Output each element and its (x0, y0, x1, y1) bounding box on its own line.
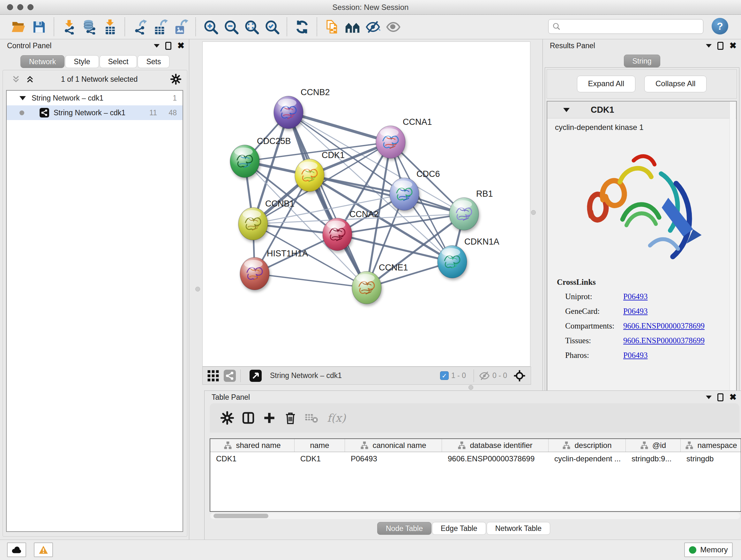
crosslink-link[interactable]: P06493 (623, 307, 648, 316)
selected-checkbox-icon[interactable]: ✓ (440, 371, 449, 380)
collection-expand-icon[interactable] (19, 96, 26, 104)
network-node-ccna1[interactable] (376, 126, 405, 159)
results-scrollbar[interactable] (730, 102, 736, 399)
show-columns-icon[interactable] (238, 410, 259, 426)
panel-menu-icon[interactable] (706, 395, 712, 402)
table-cell[interactable]: stringdb:9... (626, 452, 681, 465)
network-collection-row[interactable]: String Network – cdk1 1 (7, 91, 183, 105)
tab-select[interactable]: Select (99, 55, 137, 68)
table-cell[interactable]: 9606.ENSP00000378699 (442, 452, 549, 465)
tab-sets[interactable]: Sets (138, 55, 170, 68)
tab-node-table[interactable]: Node Table (377, 522, 431, 535)
detach-view-icon[interactable] (250, 370, 262, 382)
column-header-shared-name[interactable]: shared name (210, 439, 294, 452)
network-view-share-icon[interactable] (224, 370, 236, 382)
panel-close-icon[interactable]: ✖ (729, 393, 737, 401)
table-cell[interactable]: cyclin-dependent ... (549, 452, 626, 465)
search-field[interactable] (548, 19, 703, 34)
right-splitter-handle[interactable] (531, 210, 536, 215)
export-image-icon[interactable] (171, 17, 191, 37)
crosslink-link[interactable]: P06493 (623, 351, 648, 360)
zoom-in-icon[interactable] (200, 17, 221, 37)
table-options-gear-icon[interactable] (217, 410, 238, 426)
warning-status-button[interactable] (34, 543, 53, 557)
network-node-rb1[interactable] (449, 198, 479, 230)
panel-float-icon[interactable] (165, 42, 172, 50)
column-header-canonical-name[interactable]: canonical name (345, 439, 442, 452)
crosslink-link[interactable]: P06493 (623, 292, 648, 301)
table-cell[interactable]: CDK1 (210, 452, 294, 465)
network-node-cdc6[interactable] (390, 178, 419, 210)
grid-view-icon[interactable] (207, 370, 219, 382)
zoom-selected-icon[interactable] (262, 17, 282, 37)
import-table-from-file-icon[interactable] (99, 17, 120, 37)
network-node-ccnb2[interactable] (274, 96, 303, 129)
crosslink-link[interactable]: 9606.ENSP00000378699 (623, 336, 704, 345)
duplicate-network-icon[interactable] (322, 17, 342, 37)
node-entry-header[interactable]: CDK1 (547, 102, 736, 118)
left-splitter-handle[interactable] (195, 287, 200, 292)
column-header--id[interactable]: @id (626, 439, 681, 452)
expand-all-button[interactable]: Expand All (577, 76, 635, 92)
save-session-icon[interactable] (29, 17, 49, 37)
table-cell[interactable]: stringdb (681, 452, 741, 465)
entry-collapse-icon[interactable] (563, 108, 569, 115)
network-node-ccne1[interactable] (352, 271, 381, 304)
tab-style[interactable]: Style (65, 55, 98, 68)
memory-button[interactable]: Memory (684, 543, 733, 557)
scrollbar-thumb[interactable] (213, 514, 268, 518)
function-builder-icon[interactable]: f(x) (327, 412, 346, 424)
column-header-name[interactable]: name (294, 439, 345, 452)
panel-float-icon[interactable] (718, 393, 724, 401)
help-icon[interactable]: ? (712, 18, 728, 35)
zoom-fit-icon[interactable] (241, 17, 262, 37)
search-input[interactable] (561, 22, 696, 31)
bottom-splitter-handle[interactable] (468, 385, 473, 390)
first-neighbors-icon[interactable] (342, 17, 362, 37)
show-all-eye-icon[interactable] (383, 17, 403, 37)
column-header-namespace[interactable]: namespace (681, 439, 741, 452)
hide-selected-eye-slash-icon[interactable] (362, 17, 383, 37)
network-row[interactable]: String Network – cdk1 11 48 (7, 105, 183, 120)
table-cell[interactable]: CDK1 (294, 452, 345, 465)
panel-close-icon[interactable]: ✖ (729, 42, 737, 50)
export-network-icon[interactable] (130, 17, 150, 37)
panel-menu-icon[interactable] (706, 44, 712, 51)
network-options-gear-icon[interactable] (171, 74, 181, 84)
network-node-ccnb1[interactable] (239, 207, 268, 240)
export-table-icon[interactable] (150, 17, 171, 37)
add-column-icon[interactable] (259, 410, 280, 426)
network-view-canvas[interactable]: CCNB2CCNA1CDC25BCDK1CDC6RB1CCNB1CCNA2CDK… (202, 42, 530, 367)
crosslink-link[interactable]: 9606.ENSP00000378699 (623, 321, 704, 330)
network-node-cdkn1a[interactable] (437, 246, 467, 278)
tab-network-table[interactable]: Network Table (487, 522, 550, 535)
refresh-icon[interactable] (292, 17, 312, 37)
zoom-out-icon[interactable] (221, 17, 241, 37)
hidden-eye-slash-icon[interactable] (479, 370, 490, 382)
panel-menu-icon[interactable] (154, 44, 159, 51)
collapse-all-chevron-icon[interactable] (12, 75, 20, 83)
tab-edge-table[interactable]: Edge Table (432, 522, 486, 535)
column-header-database-identifier[interactable]: database identifier (442, 439, 549, 452)
tab-string[interactable]: String (623, 55, 660, 67)
expand-all-chevron-icon[interactable] (26, 75, 34, 83)
network-node-cdc25b[interactable] (230, 145, 259, 178)
open-session-icon[interactable] (8, 17, 29, 37)
network-graph[interactable]: CCNB2CCNA1CDC25BCDK1CDC6RB1CCNB1CCNA2CDK… (203, 42, 530, 366)
import-network-from-file-icon[interactable] (59, 17, 79, 37)
delete-column-trash-icon[interactable] (280, 410, 301, 426)
panel-close-icon[interactable]: ✖ (177, 42, 185, 50)
birds-eye-view-icon[interactable] (514, 370, 526, 382)
collapse-all-button[interactable]: Collapse All (644, 76, 706, 92)
table-row[interactable]: CDK1CDK1P064939606.ENSP00000378699cyclin… (210, 452, 741, 465)
table-cell[interactable]: P06493 (345, 452, 442, 465)
panel-float-icon[interactable] (718, 42, 724, 50)
table-horizontal-scrollbar[interactable] (210, 513, 740, 519)
tab-network[interactable]: Network (20, 55, 64, 68)
column-header-description[interactable]: description (549, 439, 626, 452)
import-network-from-database-icon[interactable] (79, 17, 99, 37)
cloud-status-button[interactable] (7, 543, 26, 557)
network-node-hist1h1a[interactable] (240, 257, 269, 290)
delete-table-icon[interactable] (301, 410, 322, 426)
network-node-cdk1[interactable] (295, 159, 324, 192)
